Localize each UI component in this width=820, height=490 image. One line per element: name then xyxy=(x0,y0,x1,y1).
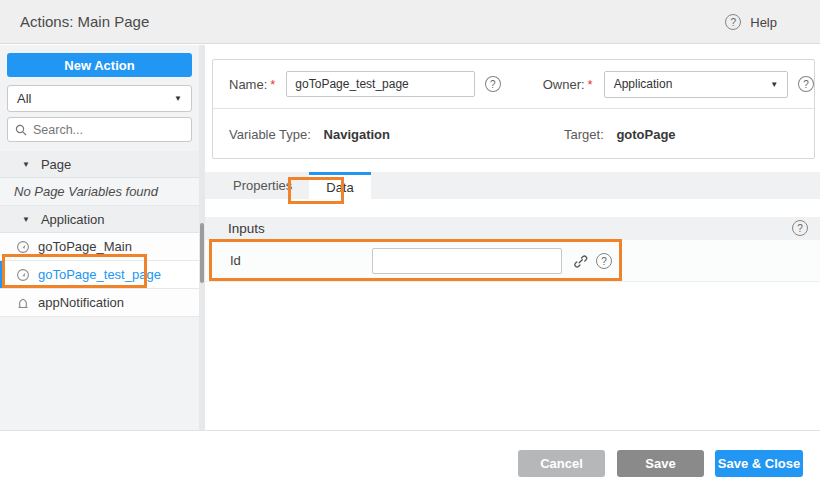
tree-item-appnotification[interactable]: appNotification xyxy=(0,289,199,317)
search-box[interactable] xyxy=(7,117,192,142)
name-owner-row: Name:* ? Owner:* Application ▼ ? xyxy=(213,60,814,109)
required-asterisk: * xyxy=(588,77,593,92)
chevron-down-icon: ▼ xyxy=(770,80,778,89)
page-empty-message: No Page Variables found xyxy=(0,178,199,206)
tab-bar: Properties Data xyxy=(205,172,820,199)
action-detail-panel: Name:* ? Owner:* Application ▼ ? Variabl… xyxy=(205,45,820,430)
tree-group-application[interactable]: ▼ Application xyxy=(0,206,199,233)
id-field-label: Id xyxy=(230,253,241,268)
tree-group-page[interactable]: ▼ Page xyxy=(0,151,199,178)
variables-tree: ▼ Page No Page Variables found ▼ Applica… xyxy=(0,151,199,317)
tree-item-label: appNotification xyxy=(38,295,124,310)
tree-item-gotopage-main[interactable]: goToPage_Main xyxy=(0,233,199,261)
sidebar-scrollbar-thumb[interactable] xyxy=(200,223,204,283)
search-icon xyxy=(15,124,27,136)
id-field-input[interactable] xyxy=(372,248,562,274)
name-label: Name:* xyxy=(229,77,275,92)
name-input[interactable] xyxy=(286,71,474,97)
variable-type: Variable Type: Navigation xyxy=(229,127,390,142)
chevron-down-icon: ▼ xyxy=(174,94,182,103)
help-icon[interactable]: ? xyxy=(798,76,814,92)
tree-item-gotopage-test-page[interactable]: goToPage_test_page xyxy=(0,261,199,289)
save-and-close-button[interactable]: Save & Close xyxy=(715,450,803,477)
help-label: Help xyxy=(750,15,777,30)
owner-label: Owner:* xyxy=(543,77,593,92)
caret-down-icon: ▼ xyxy=(22,215,30,224)
tree-item-label: goToPage_test_page xyxy=(38,267,161,282)
type-target-row: Variable Type: Navigation Target: gotoPa… xyxy=(213,110,814,158)
filter-dropdown[interactable]: All ▼ xyxy=(7,85,192,112)
help-icon[interactable]: ? xyxy=(596,253,612,269)
navigate-icon xyxy=(16,268,30,282)
save-button[interactable]: Save xyxy=(617,450,704,477)
dialog-footer: Cancel Save Save & Close xyxy=(0,430,820,490)
target: Target: gotoPage xyxy=(564,127,676,142)
cancel-button[interactable]: Cancel xyxy=(518,450,605,477)
link-icon[interactable] xyxy=(571,252,589,270)
tree-group-label: Page xyxy=(41,157,71,172)
help-icon[interactable]: ? xyxy=(792,220,808,236)
help-icon[interactable]: ? xyxy=(485,76,501,92)
new-action-button[interactable]: New Action xyxy=(7,53,192,77)
owner-dropdown[interactable]: Application ▼ xyxy=(604,71,788,98)
dialog-header: Actions: Main Page ? Help xyxy=(0,0,820,44)
filter-dropdown-value: All xyxy=(17,91,31,106)
page-title: Actions: Main Page xyxy=(20,0,149,44)
tab-data[interactable]: Data xyxy=(309,172,370,199)
action-properties-box: Name:* ? Owner:* Application ▼ ? Variabl… xyxy=(212,59,815,159)
required-asterisk: * xyxy=(270,77,275,92)
caret-down-icon: ▼ xyxy=(22,160,30,169)
tab-properties[interactable]: Properties xyxy=(216,172,309,199)
help-icon: ? xyxy=(725,14,741,30)
notification-icon xyxy=(16,296,30,310)
inputs-section-title: Inputs xyxy=(228,221,265,236)
tree-group-label: Application xyxy=(41,212,105,227)
tree-item-label: goToPage_Main xyxy=(38,239,132,254)
input-row-id: Id ? xyxy=(205,240,820,282)
variable-type-label: Variable Type: xyxy=(229,127,311,142)
target-value: gotoPage xyxy=(616,127,675,142)
actions-dialog: Actions: Main Page ? Help New Action All… xyxy=(0,0,820,490)
inputs-section-header: Inputs ? xyxy=(205,217,820,240)
selected-indicator xyxy=(0,261,4,288)
help-button[interactable]: ? Help xyxy=(725,0,777,44)
actions-sidebar: New Action All ▼ ▼ Page No Page Variable… xyxy=(0,45,199,430)
search-input[interactable] xyxy=(33,123,194,137)
target-label: Target: xyxy=(564,127,604,142)
navigate-icon xyxy=(16,240,30,254)
variable-type-value: Navigation xyxy=(324,127,390,142)
owner-dropdown-value: Application xyxy=(614,77,673,91)
